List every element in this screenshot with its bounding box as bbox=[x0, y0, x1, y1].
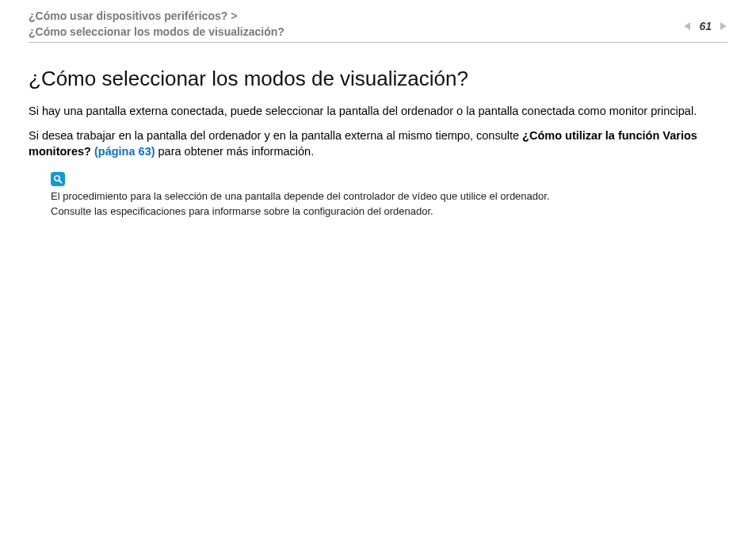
note-line-1: El procedimiento para la selección de un… bbox=[51, 190, 550, 202]
back-arrow-icon bbox=[683, 21, 693, 31]
prev-page-button[interactable] bbox=[683, 21, 693, 31]
page-link-63[interactable]: (página 63) bbox=[94, 145, 155, 158]
breadcrumb: ¿Cómo usar dispositivos periféricos? > ¿… bbox=[29, 8, 284, 40]
svg-line-3 bbox=[59, 181, 61, 183]
note-text: El procedimiento para la selección de un… bbox=[51, 189, 727, 219]
paragraph-2-lead: Si desea trabajar en la pantalla del ord… bbox=[29, 129, 522, 142]
note-block: El procedimiento para la selección de un… bbox=[29, 172, 727, 219]
note-line-2: Consulte las especificaciones para infor… bbox=[51, 205, 433, 217]
breadcrumb-current[interactable]: ¿Cómo seleccionar los modos de visualiza… bbox=[29, 25, 284, 38]
breadcrumb-sep: > bbox=[227, 10, 237, 22]
next-arrow-icon bbox=[718, 21, 727, 31]
pager: 61 bbox=[683, 8, 727, 34]
paragraph-2-tail: para obtener más información. bbox=[155, 145, 315, 158]
paragraph-2: Si desea trabajar en la pantalla del ord… bbox=[29, 128, 727, 159]
paragraph-1: Si hay una pantalla externa conectada, p… bbox=[29, 104, 727, 120]
page-number: 61 bbox=[699, 19, 712, 34]
page-title: ¿Cómo seleccionar los modos de visualiza… bbox=[29, 65, 727, 93]
svg-marker-0 bbox=[684, 22, 690, 30]
next-page-button[interactable] bbox=[718, 21, 727, 31]
magnifier-icon bbox=[51, 172, 65, 186]
document-page: ¿Cómo usar dispositivos periféricos? > ¿… bbox=[0, 0, 756, 534]
breadcrumb-parent[interactable]: ¿Cómo usar dispositivos periféricos? bbox=[29, 10, 227, 22]
svg-marker-1 bbox=[720, 22, 727, 30]
page-header: ¿Cómo usar dispositivos periféricos? > ¿… bbox=[29, 8, 727, 43]
